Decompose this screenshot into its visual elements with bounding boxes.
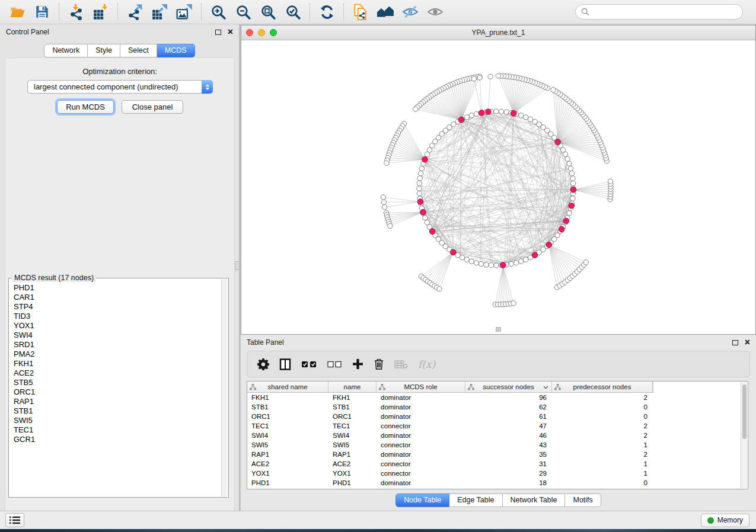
tab-node-table[interactable]: Node Table — [395, 493, 449, 507]
export-table-button[interactable] — [147, 2, 172, 22]
mcds-result-item[interactable]: FKH1 — [14, 359, 221, 368]
result-list-scrollbar[interactable] — [221, 279, 228, 496]
import-table-button[interactable] — [88, 2, 113, 22]
cell: 46 — [465, 432, 552, 439]
table-row-phd1[interactable]: PHD1PHD1dominator180 — [247, 478, 748, 488]
column-header-shared-name[interactable]: shared name — [247, 382, 328, 392]
mcds-result-item[interactable]: CAR1 — [14, 293, 221, 302]
table-row-tec1[interactable]: TEC1TEC1connector472 — [247, 421, 748, 431]
delete-table-button[interactable] — [394, 360, 408, 369]
zoom-selected-icon — [285, 4, 301, 20]
horizontal-splitter-handle[interactable] — [496, 327, 501, 332]
table-row-yox1[interactable]: YOX1YOX1connector291 — [247, 469, 748, 478]
close-panel-icon[interactable]: × — [228, 28, 233, 36]
cell: FKH1 — [247, 394, 328, 401]
mcds-result-item[interactable]: PHD1 — [14, 283, 221, 293]
mcds-result-item[interactable]: TEC1 — [14, 425, 221, 435]
column-header-successor-nodes[interactable]: successor nodes — [465, 382, 552, 392]
open-file-button[interactable] — [5, 2, 30, 22]
select-all-rows-button[interactable] — [301, 360, 317, 368]
sort-chevron-icon — [543, 386, 548, 389]
search-input[interactable] — [593, 8, 737, 17]
column-header-name[interactable]: name — [328, 382, 377, 392]
mcds-result-item[interactable]: STB5 — [14, 378, 221, 387]
tab-motifs[interactable]: Motifs — [565, 493, 601, 507]
close-window-icon[interactable] — [246, 29, 253, 36]
table-row-stb1[interactable]: STB1STB1dominator620 — [247, 402, 748, 412]
zoom-in-button[interactable] — [206, 2, 231, 22]
copy-network-button[interactable] — [348, 2, 373, 22]
table-row-swi4[interactable]: SWI4SWI4dominator462 — [247, 431, 748, 440]
task-history-button[interactable] — [5, 513, 24, 527]
checked-boxes-icon — [301, 360, 317, 368]
network-canvas[interactable] — [241, 40, 755, 334]
first-neighbors-button[interactable] — [373, 2, 398, 22]
cell: 96 — [465, 394, 552, 401]
table-row-orc1[interactable]: ORC1ORC1dominator610 — [247, 412, 748, 421]
mcds-result-item[interactable]: SWI5 — [14, 416, 221, 425]
mcds-result-item[interactable]: SWI4 — [14, 331, 221, 340]
minimize-window-icon[interactable] — [258, 29, 265, 36]
zoom-fit-button[interactable] — [256, 2, 280, 22]
table-row-ace2[interactable]: ACE2ACE2connector311 — [247, 459, 748, 469]
mcds-result-item[interactable]: YOX1 — [14, 321, 221, 331]
create-column-button[interactable] — [352, 358, 363, 370]
export-network-button[interactable] — [122, 2, 147, 22]
delete-columns-button[interactable] — [374, 358, 384, 370]
mcds-result-item[interactable]: ACE2 — [14, 368, 221, 378]
table-row-fkh1[interactable]: FKH1FKH1dominator962 — [247, 393, 748, 402]
zoom-selected-button[interactable] — [280, 2, 305, 22]
table-scrollbar-thumb[interactable] — [742, 384, 747, 439]
table-settings-button[interactable] — [257, 358, 269, 370]
table-scrollbar[interactable] — [741, 382, 747, 488]
deselect-all-rows-button[interactable] — [327, 360, 342, 368]
optimization-criterion-value: largest connected component (undirected) — [28, 82, 202, 91]
tab-mcds[interactable]: MCDS — [157, 44, 195, 57]
toolbar-separator — [343, 4, 344, 20]
network-window-titlebar[interactable]: YPA_prune.txt_1 — [241, 25, 755, 40]
refresh-view-button[interactable] — [314, 2, 339, 22]
save-session-button[interactable] — [30, 2, 55, 22]
column-header-mcds-role[interactable]: MCDS role — [377, 382, 465, 392]
function-builder-label: f(x) — [418, 358, 435, 370]
table-row-rap1[interactable]: RAP1RAP1dominator352 — [247, 450, 748, 459]
cell: 1 — [552, 441, 653, 448]
vertical-splitter-handle[interactable] — [235, 261, 240, 270]
network-title: YPA_prune.txt_1 — [472, 28, 525, 37]
mcds-result-item[interactable]: ORC1 — [14, 387, 221, 397]
optimization-criterion-select[interactable]: largest connected component (undirected) — [27, 80, 213, 94]
tab-network-table[interactable]: Network Table — [503, 493, 566, 507]
mcds-result-item[interactable]: STP4 — [14, 302, 221, 312]
show-all-button[interactable] — [423, 2, 448, 22]
mcds-result-item[interactable]: TID3 — [14, 312, 221, 321]
tab-network[interactable]: Network — [44, 44, 88, 57]
tab-select[interactable]: Select — [120, 44, 157, 57]
table-toolbar: f(x) — [247, 351, 750, 377]
column-header-predecessor-nodes[interactable]: predecessor nodes — [552, 382, 653, 392]
function-builder-button[interactable]: f(x) — [418, 358, 435, 370]
table-row-swi5[interactable]: SWI5SWI5connector431 — [247, 440, 748, 450]
mcds-result-item[interactable]: RAP1 — [14, 397, 221, 406]
maximize-window-icon[interactable] — [270, 29, 277, 36]
float-panel-icon[interactable] — [215, 30, 221, 35]
show-columns-button[interactable] — [279, 358, 291, 370]
cell: 0 — [552, 413, 653, 420]
tab-edge-table[interactable]: Edge Table — [449, 493, 502, 507]
memory-button[interactable]: Memory — [701, 514, 749, 527]
zoom-out-button[interactable] — [231, 2, 256, 22]
close-table-panel-icon[interactable]: × — [745, 339, 750, 346]
mcds-result-item[interactable]: SRD1 — [14, 340, 221, 350]
mcds-result-item[interactable]: STB1 — [14, 406, 221, 416]
run-mcds-button[interactable]: Run MCDS — [57, 100, 114, 114]
close-panel-button[interactable]: Close panel — [122, 100, 183, 114]
tab-style[interactable]: Style — [88, 44, 120, 57]
two-houses-icon — [377, 4, 394, 20]
mcds-result-item[interactable]: GCR1 — [14, 435, 221, 444]
mcds-result-item[interactable]: PMA2 — [14, 350, 221, 359]
shared-column-icon — [468, 384, 474, 390]
export-image-button[interactable] — [172, 2, 197, 22]
hide-selected-button[interactable] — [398, 2, 423, 22]
import-network-button[interactable] — [63, 2, 88, 22]
search-box — [575, 4, 743, 20]
float-table-panel-icon[interactable] — [732, 340, 738, 345]
